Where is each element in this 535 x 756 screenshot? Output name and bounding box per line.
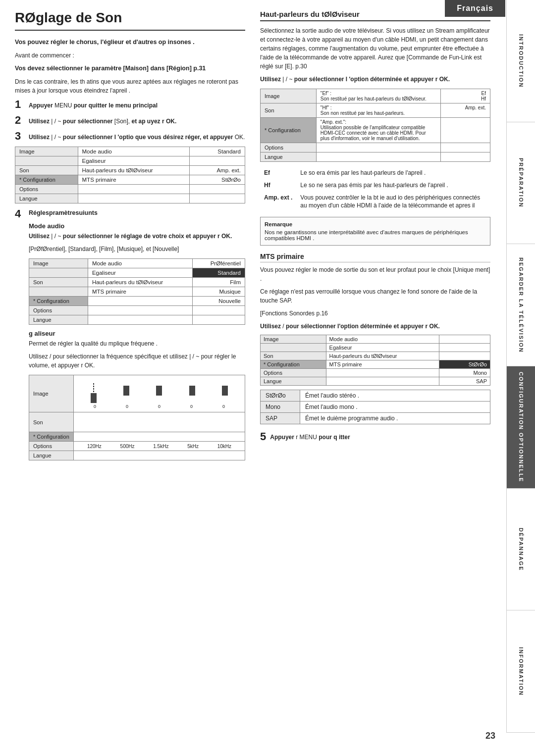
step5-text: Appuyer r MENU pour q itter (270, 431, 350, 441)
mts-inst3: Utilisez / pour sélectionner l'option dé… (260, 322, 490, 331)
avant-commencer: Avant de commencer : (15, 51, 245, 60)
menu-right-empty (189, 156, 245, 165)
franais-banner: Français (445, 0, 505, 17)
menu-row: Langue (29, 315, 245, 325)
mts-inst2: Ce réglage n'est pas verrouillé lorsque … (260, 287, 490, 305)
remark-title: Remarque (265, 221, 486, 227)
haut-parleurs-menu: Image "Ef" :Son restitué par les haut-pa… (260, 89, 490, 162)
mts-row: * Configuration MTS primaire StØrØo (261, 360, 490, 369)
menu-row: * Configuration MTS primaire StØrØo (15, 175, 245, 184)
main-content: RØglage de Son Vos pouvez régler le chor… (0, 0, 505, 482)
mts-primaire-title: MTS primaire (260, 252, 490, 262)
eq-row: Image (29, 375, 245, 412)
mono-row: Mono Émet l'audio mono . (261, 402, 490, 413)
menu-mid-egal: Egaliseur (78, 156, 189, 165)
menu-row: Image Mode audio Standard (15, 147, 245, 156)
menu-left-son: Son (15, 165, 78, 175)
menu-right-stereo: StØrØo (189, 175, 245, 184)
menu-row: Egaliseur Standard (29, 268, 245, 278)
menu-row: Langue (261, 152, 490, 162)
menu-row: Son Haut-parleurs du tØlØviseur Amp. ext… (15, 165, 245, 175)
menu-right-standard: Standard (189, 147, 245, 156)
sidebar-section-config: CONFIGURATION OPTIONNELLE (507, 366, 535, 489)
step4-title: Réglespramètresuiunts (29, 208, 245, 218)
egaliseur-inst2: Utilisez / pour sélectionner la fréquenc… (29, 352, 245, 370)
menu-row: Options (29, 306, 245, 315)
menu-row: * Configuration "Amp. ext.":Utilisation … (261, 118, 490, 143)
menu-left-empty (15, 156, 78, 165)
menu-mid-hp: Haut-parleurs du tØlØviseur (78, 165, 189, 175)
menu-right-empty3 (189, 194, 245, 203)
mts-sap-ref: [Fonctions Sonordes p.16 (260, 309, 490, 318)
mode-audio-title: Mode audio (29, 222, 245, 230)
mts-inst1: Vous pouvez régler le mode de sortie du … (260, 265, 490, 283)
menu-left-config: * Configuration (15, 175, 78, 184)
step-3: 3 Utilisez | / ~ pour sélectionner l 'op… (15, 131, 245, 142)
menu-table-1: Image Mode audio Standard Egaliseur Son … (15, 147, 245, 203)
stereo-mono-sap-table: StØrØo Émet l'audio stéréo . Mono Émet l… (260, 390, 490, 424)
sidebar-section-information: INFORMATION (507, 610, 535, 733)
left-column: RØglage de Son Vos pouvez régler le chor… (15, 10, 245, 467)
step3-text: Utilisez | / ~ pour sélectionner l 'opti… (29, 131, 245, 142)
egaliseur-title: g aliseur (29, 330, 245, 337)
sap-row: SAP Émet le duième programme audio . (261, 413, 490, 424)
right-column: Haut-parleurs du tØlØviseur Sélectionnez… (260, 10, 490, 467)
step5-number: 5 (260, 431, 266, 442)
menu-left-langue: Langue (15, 194, 78, 203)
mts-row: Egaliseur (261, 344, 490, 352)
menu-row: Image "Ef" :Son restitué par les haut-pa… (261, 89, 490, 103)
page-title: RØglage de Son (15, 10, 245, 31)
remark-box: Remarque Nos ne garantissons une interpr… (260, 217, 490, 246)
mts-row: Options Mono (261, 369, 490, 377)
sidebar-section-tv: REGARDER LA TÉLÉVISION (507, 244, 535, 366)
menu-row: Options (261, 143, 490, 152)
eq-row: Langue (29, 451, 245, 460)
page-number: 23 (485, 731, 495, 741)
menu-left-options: Options (15, 184, 78, 194)
sidebar-section-depannage: DÉPANNAGE (507, 489, 535, 611)
menu-row: * Configuration Nouvelle (29, 297, 245, 306)
menu-right-empty2 (189, 184, 245, 194)
menu-mid-mts: MTS primaire (78, 175, 189, 184)
step2-number: 2 (15, 115, 25, 126)
eq-row: * Configuration (29, 432, 245, 442)
step4-content: Réglespramètresuiunts Mode audio Utilise… (29, 208, 245, 463)
mts-row: Image Mode audio (261, 335, 490, 344)
mode-audio-options: [PrØfØrentiel], [Standard], [Film], [Mus… (29, 245, 245, 253)
step4-number: 4 (15, 208, 25, 219)
desc-row-amp: Amp. ext . Vous pouvez contrôler le la b… (260, 192, 490, 212)
step3-number: 3 (15, 131, 25, 142)
haut-parleurs-intro: Sélectionnez la sortie audio de votre té… (260, 26, 490, 71)
right-sidebar: INTRODUCTION PRÉPARATION REGARDER LA TÉL… (506, 0, 535, 733)
menu-mid-mode: Mode audio (78, 147, 189, 156)
mts-menu: Image Mode audio Egaliseur Son Haut-parl… (260, 335, 490, 386)
menu-row: Egaliseur (15, 156, 245, 165)
two-col-layout: RØglage de Son Vos pouvez régler le chor… (15, 10, 490, 467)
step2-text: Utilisez | / ~ pour sélectionner [Son], … (29, 115, 176, 126)
menu-row: Son Haut-parleurs du tØlØviseur Film (29, 278, 245, 287)
mode-audio-instruction: Utilisez | / ~ pour sélectionner le régl… (29, 232, 245, 241)
step1-number: 1 (15, 99, 25, 110)
menu-row: Son "Hf" :Son non restitué par les haut-… (261, 103, 490, 118)
menu-mid-empty2 (78, 184, 189, 194)
intro-bold1: Vos pouvez régler le chorus, l'églieur e… (15, 38, 245, 47)
eq-row: Son (29, 412, 245, 432)
mts-row: Son Haut-parleurs du tØlØviseur (261, 352, 490, 360)
remark-text: Nos ne garantissons une interprétabilité… (265, 229, 486, 241)
sidebar-section-preparation: PRÉPARATION (507, 122, 535, 245)
egaliseur-menu: Image (29, 375, 245, 460)
menu-left-image: Image (15, 147, 78, 156)
step-4: 4 Réglespramètresuiunts Mode audio Utili… (15, 208, 245, 463)
egaliseur-inst1: Permet de régler la qualité du mplique f… (29, 339, 245, 348)
haut-parleurs-instruction: Utilisez | / ~ pour sélectionner l 'opti… (260, 75, 490, 84)
menu-row: MTS primaire Musique (29, 287, 245, 297)
menu-row: Langue (15, 194, 245, 203)
step-2: 2 Utilisez | / ~ pour sélectionner [Son]… (15, 115, 245, 126)
mode-audio-menu: Image Mode audio PrØférentiel Egaliseur … (29, 258, 245, 325)
step-1: 1 Appuyer MENU pour quitter le menu prin… (15, 99, 245, 110)
step1-text: Appuyer MENU pour quitter le menu princi… (29, 99, 158, 110)
menu-mid-empty3 (78, 194, 189, 203)
stereo-row: StØrØo Émet l'audio stéréo . (261, 390, 490, 402)
menu-row: Image Mode audio PrØférentiel (29, 259, 245, 268)
description-table-hp: Ef Le so era émis par les haut-parleurs … (260, 167, 490, 212)
